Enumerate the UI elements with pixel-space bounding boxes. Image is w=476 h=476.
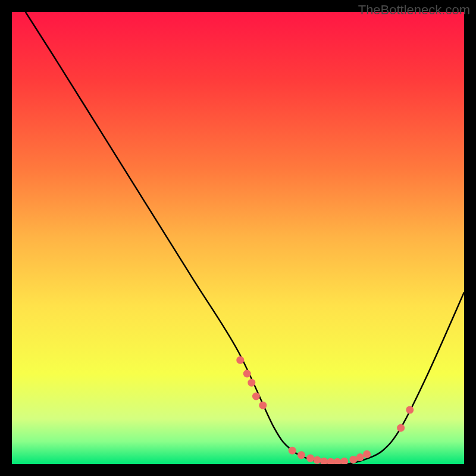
data-point [349,456,357,464]
data-point [298,451,305,459]
data-point [406,406,414,414]
chart-svg [12,12,464,464]
data-point [306,455,314,462]
data-point [243,370,251,378]
data-point [289,447,296,455]
data-point [356,453,364,461]
chart-background [12,12,464,464]
data-point [236,356,244,364]
data-point [397,424,405,432]
data-point [248,379,255,387]
data-point [252,393,260,400]
chart-container [12,12,464,464]
data-point [363,450,371,458]
watermark-text: TheBottleneck.com [358,2,470,18]
data-point [314,456,321,464]
data-point [259,402,267,409]
